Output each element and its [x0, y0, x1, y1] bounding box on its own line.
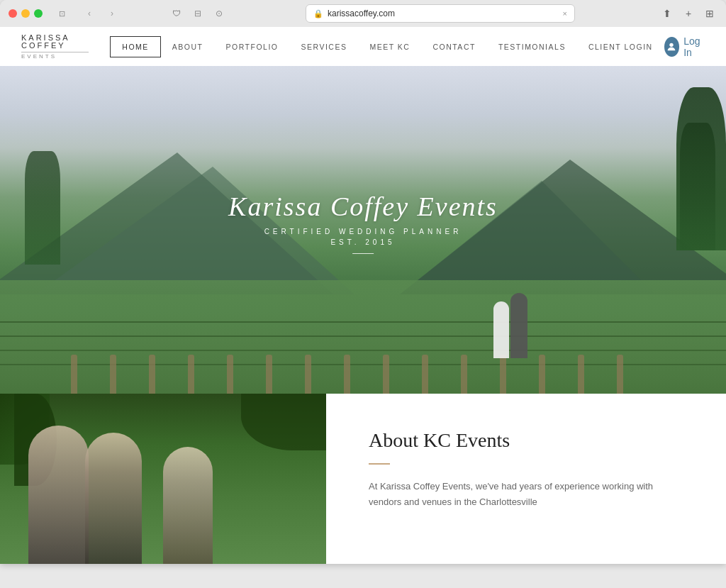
- hero-background: Karissa Coffey Events CERTIFIED WEDDING …: [0, 66, 726, 394]
- logo-brand-name: KARISSA COFFEY: [21, 34, 89, 50]
- vineyard-row-1: [0, 321, 726, 323]
- fence-post-3: [149, 355, 155, 394]
- nav-services[interactable]: SERVICES: [290, 37, 359, 57]
- about-person-2: [85, 433, 142, 564]
- maximize-button[interactable]: [34, 9, 43, 18]
- nav-meetkc[interactable]: MEET KC: [358, 37, 421, 57]
- fence-post-14: [578, 355, 584, 394]
- about-person-1: [28, 426, 89, 564]
- about-image: [0, 394, 326, 564]
- fence-post-6: [266, 355, 272, 394]
- about-person-3: [163, 447, 213, 564]
- login-avatar-icon: [664, 37, 679, 57]
- logo-line: [21, 52, 89, 52]
- about-content: About KC Events At Karissa Coffey Events…: [326, 394, 726, 564]
- login-button[interactable]: Log In: [664, 35, 705, 58]
- fence-post-2: [110, 355, 116, 394]
- svg-point-0: [670, 43, 674, 46]
- window-controls: ⊡: [54, 6, 69, 21]
- lock-icon: 🔒: [313, 9, 323, 18]
- site-nav: KARISSA COFFEY EVENTS HOME ABOUT PORTFOL…: [0, 27, 726, 66]
- fence-post-10: [422, 355, 428, 394]
- site-logo: KARISSA COFFEY EVENTS: [21, 34, 89, 60]
- forward-button[interactable]: ›: [104, 5, 121, 22]
- sidebar-toggle-icon[interactable]: ⊡: [54, 6, 69, 21]
- groom-silhouette: [510, 293, 527, 358]
- fence-post-12: [500, 355, 506, 394]
- nav-about[interactable]: ABOUT: [161, 37, 215, 57]
- vineyard-row-3: [0, 350, 726, 351]
- about-title: About KC Events: [369, 429, 683, 452]
- fence-post-4: [188, 355, 194, 394]
- browser-toolbar-right: ⬆ + ⊞: [659, 6, 717, 21]
- address-bar[interactable]: 🔒 karissacoffey.com ×: [306, 4, 575, 23]
- fence-post-15: [617, 355, 623, 394]
- close-button[interactable]: [9, 9, 17, 18]
- fence-post-13: [539, 355, 545, 394]
- person-icon: [666, 41, 677, 52]
- about-text: At Karissa Coffey Events, we've had year…: [369, 479, 683, 510]
- url-text: karissacoffey.com: [328, 9, 395, 18]
- clear-url-icon[interactable]: ×: [563, 9, 567, 18]
- address-bar-container: 🛡 ⊟ ⊙ 🔒 karissacoffey.com ×: [126, 4, 648, 23]
- fence-post-11: [461, 355, 467, 394]
- bride-silhouette: [493, 301, 509, 358]
- nav-client-login[interactable]: CLIENT LOGIN: [577, 37, 664, 57]
- website-content: KARISSA COFFEY EVENTS HOME ABOUT PORTFOL…: [0, 27, 726, 564]
- security-icon: 🛡: [169, 6, 184, 21]
- browser-titlebar: ⊡ ‹ › 🛡 ⊟ ⊙ 🔒 karissacoffey.com × ⬆ + ⊞: [0, 0, 726, 27]
- refresh-icon: ⊙: [211, 6, 227, 21]
- traffic-lights: [9, 9, 43, 18]
- hero-text-block: Karissa Coffey Events CERTIFIED WEDDING …: [228, 191, 498, 254]
- hero-subtitle: CERTIFIED WEDDING PLANNER: [228, 228, 498, 235]
- fence-post-9: [383, 355, 389, 394]
- new-tab-icon[interactable]: +: [681, 6, 696, 21]
- tabs-icon[interactable]: ⊞: [702, 6, 717, 21]
- nav-home[interactable]: HOME: [110, 36, 161, 57]
- hero-title: Karissa Coffey Events: [228, 191, 498, 222]
- fence-post-5: [227, 355, 233, 394]
- login-label: Log In: [683, 35, 705, 58]
- nav-links: HOME ABOUT PORTFOLIO SERVICES MEET KC CO…: [110, 36, 664, 57]
- tree-right-2: [680, 123, 715, 250]
- about-divider: [369, 463, 390, 465]
- couple-silhouette: [493, 293, 527, 358]
- back-button[interactable]: ‹: [81, 5, 98, 22]
- nav-testimonials[interactable]: TESTIMONIALS: [487, 37, 577, 57]
- hero-year: EST. 2015: [228, 238, 498, 246]
- vineyard-row-2: [0, 335, 726, 337]
- hero-divider: [352, 253, 374, 254]
- nav-portfolio[interactable]: PORTFOLIO: [215, 37, 290, 57]
- fence-post-8: [344, 355, 350, 394]
- nav-contact[interactable]: CONTACT: [421, 37, 486, 57]
- hero-section: Karissa Coffey Events CERTIFIED WEDDING …: [0, 66, 726, 394]
- fence-post-1: [71, 355, 77, 394]
- tree-left: [25, 151, 60, 265]
- minimize-button[interactable]: [21, 9, 30, 18]
- browser-window: ⊡ ‹ › 🛡 ⊟ ⊙ 🔒 karissacoffey.com × ⬆ + ⊞: [0, 0, 726, 564]
- about-section: About KC Events At Karissa Coffey Events…: [0, 394, 726, 564]
- logo-sub: EVENTS: [21, 54, 89, 60]
- fence-post-7: [305, 355, 311, 394]
- page-icon: ⊟: [190, 6, 206, 21]
- share-icon[interactable]: ⬆: [659, 6, 675, 21]
